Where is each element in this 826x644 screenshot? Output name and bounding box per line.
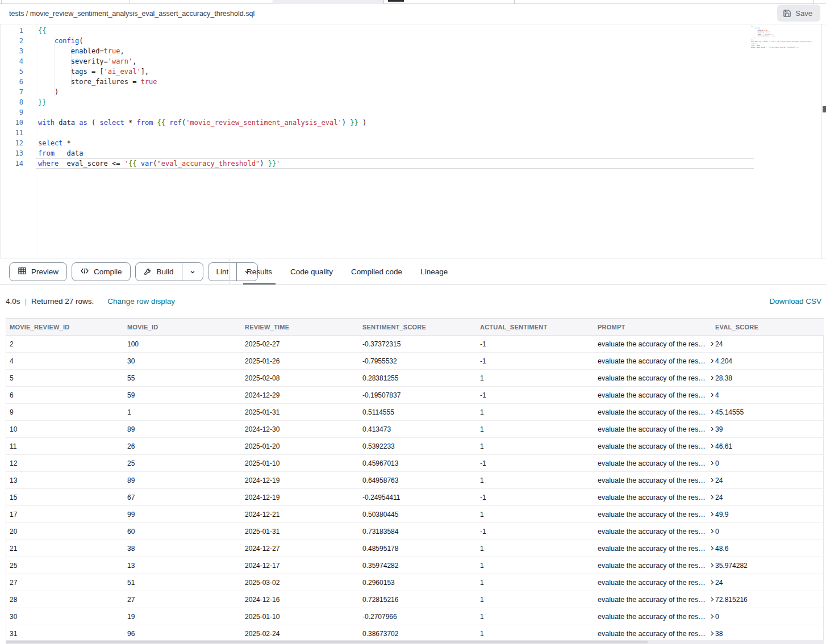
- code-editor[interactable]: 1234567891011121314 {{ config( enabled=t…: [0, 24, 826, 258]
- tab-compiled-code[interactable]: Compiled code: [342, 259, 411, 285]
- prompt-text: evaluate the accuracy of the res…: [598, 630, 706, 638]
- table-row: 5552025-02-080.283812551evaluate the acc…: [6, 370, 824, 387]
- table-cell: 1: [477, 370, 594, 387]
- tab-code-quality[interactable]: Code quality: [281, 259, 342, 285]
- tab-divider: [130, 0, 130, 4]
- table-cell: 2024-12-29: [241, 387, 359, 404]
- expand-prompt-chevron-icon[interactable]: [709, 630, 715, 637]
- minimap-line: where eval_score <= '{{ var("eval_accura…: [751, 47, 814, 48]
- table-row: 13892024-12-190.649587631evaluate the ac…: [6, 472, 824, 489]
- table-cell: 60: [124, 523, 241, 540]
- code-line: {{: [38, 26, 366, 36]
- inactive-tab[interactable]: [273, 0, 384, 4]
- table-cell: 0.50380445: [359, 506, 477, 523]
- table-cell: -0.7955532: [359, 353, 477, 370]
- build-button[interactable]: Build: [135, 262, 203, 281]
- expand-prompt-chevron-icon[interactable]: [709, 460, 715, 466]
- expand-prompt-chevron-icon[interactable]: [709, 528, 715, 534]
- table-cell: 45.14555: [712, 404, 824, 421]
- prompt-cell: evaluate the accuracy of the res…: [594, 608, 712, 625]
- table-cell: 0.5392233: [359, 438, 477, 455]
- expand-prompt-chevron-icon[interactable]: [709, 511, 715, 517]
- table-row: 15672024-12-19-0.24954411-1evaluate the …: [6, 489, 824, 506]
- line-number: 2: [1, 36, 27, 46]
- prompt-text: evaluate the accuracy of the res…: [598, 596, 706, 604]
- line-number: 5: [1, 66, 27, 77]
- expand-prompt-chevron-icon[interactable]: [709, 426, 715, 432]
- table-cell: 10: [6, 421, 124, 438]
- table-cell: 1: [477, 421, 594, 438]
- preview-label: Preview: [31, 267, 59, 276]
- expand-prompt-chevron-icon[interactable]: [709, 596, 715, 603]
- prompt-cell: evaluate the accuracy of the res…: [594, 540, 712, 557]
- expand-prompt-chevron-icon[interactable]: [709, 341, 715, 347]
- expand-prompt-chevron-icon[interactable]: [709, 443, 715, 449]
- expand-prompt-chevron-icon[interactable]: [709, 545, 715, 551]
- table-cell: 2024-12-21: [241, 506, 359, 523]
- table-cell: 2025-02-27: [241, 336, 359, 353]
- top-tab-strip: [0, 0, 826, 4]
- table-cell: -1: [477, 489, 594, 506]
- prompt-text: evaluate the accuracy of the res…: [598, 579, 706, 587]
- prompt-text: evaluate the accuracy of the res…: [598, 613, 706, 621]
- table-cell: 24: [712, 472, 824, 489]
- table-cell: 2024-12-19: [241, 489, 359, 506]
- editor-scrollbar-track: [821, 24, 822, 259]
- line-number: 10: [1, 118, 27, 128]
- change-row-display-link[interactable]: Change row display: [107, 297, 175, 306]
- table-cell: 48.6: [712, 540, 824, 557]
- table-cell: 2025-01-26: [241, 353, 359, 370]
- expand-prompt-chevron-icon[interactable]: [709, 375, 715, 381]
- horizontal-scrollbar-thumb[interactable]: [6, 641, 648, 643]
- table-cell: 19: [124, 608, 241, 625]
- table-cell: 13: [124, 557, 241, 574]
- table-cell: 2024-12-17: [241, 557, 359, 574]
- lint-label: Lint: [216, 267, 229, 276]
- table-header-row: MOVIE_REVIEW_IDMOVIE_IDREVIEW_TIMESENTIM…: [6, 319, 824, 336]
- save-button[interactable]: Save: [777, 5, 820, 22]
- code-lines[interactable]: {{ config( enabled=true, severity='warn'…: [38, 26, 366, 169]
- preview-button[interactable]: Preview: [9, 262, 67, 281]
- tab-lineage[interactable]: Lineage: [411, 259, 457, 285]
- table-row: 11262025-01-200.53922331evaluate the acc…: [6, 438, 824, 455]
- prompt-cell: evaluate the accuracy of the res…: [594, 574, 712, 591]
- code-line: store_failures = true: [38, 77, 366, 87]
- table-row: 30192025-01-10-0.27079661evaluate the ac…: [6, 608, 824, 625]
- prompt-text: evaluate the accuracy of the res…: [598, 528, 706, 536]
- expand-prompt-chevron-icon[interactable]: [709, 358, 715, 364]
- expand-prompt-chevron-icon[interactable]: [709, 409, 715, 415]
- table-cell: 31: [6, 625, 124, 642]
- table-cell: 99: [124, 506, 241, 523]
- table-cell: 0.72815216: [359, 591, 477, 608]
- prompt-text: evaluate the accuracy of the res…: [598, 425, 706, 433]
- toolbar: Preview Compile Build Lint: [0, 259, 826, 285]
- table-cell: -0.19507837: [359, 387, 477, 404]
- tab-divider: [514, 0, 515, 4]
- download-csv-link[interactable]: Download CSV: [769, 297, 821, 306]
- expand-prompt-chevron-icon[interactable]: [709, 579, 715, 586]
- prompt-text: evaluate the accuracy of the res…: [598, 442, 706, 450]
- compile-button[interactable]: Compile: [72, 262, 131, 281]
- horizontal-scrollbar[interactable]: [6, 640, 824, 644]
- tab-results[interactable]: Results: [237, 259, 281, 285]
- expand-prompt-chevron-icon[interactable]: [709, 477, 715, 483]
- table-cell: 59: [124, 387, 241, 404]
- minimap[interactable]: {{ config( enabled=true, severity='warn'…: [751, 26, 814, 256]
- prompt-cell: evaluate the accuracy of the res…: [594, 523, 712, 540]
- table-cell: 1: [477, 472, 594, 489]
- editor-scrollbar-thumb[interactable]: [823, 106, 826, 112]
- prompt-cell: evaluate the accuracy of the res…: [594, 489, 712, 506]
- results-tabs: Results Code quality Compiled code Linea…: [229, 259, 457, 285]
- table-cell: 15: [6, 489, 124, 506]
- expand-prompt-chevron-icon[interactable]: [709, 392, 715, 398]
- table-cell: 0.48595178: [359, 540, 477, 557]
- build-dropdown[interactable]: [182, 263, 203, 281]
- column-header: PROMPT: [594, 319, 712, 336]
- table-cell: 35.974282: [712, 557, 824, 574]
- expand-prompt-chevron-icon[interactable]: [709, 494, 715, 500]
- code-line: ): [38, 87, 366, 97]
- prompt-text: evaluate the accuracy of the res…: [598, 408, 706, 416]
- table-cell: 0.38673702: [359, 625, 477, 642]
- expand-prompt-chevron-icon[interactable]: [709, 613, 715, 620]
- expand-prompt-chevron-icon[interactable]: [709, 562, 715, 568]
